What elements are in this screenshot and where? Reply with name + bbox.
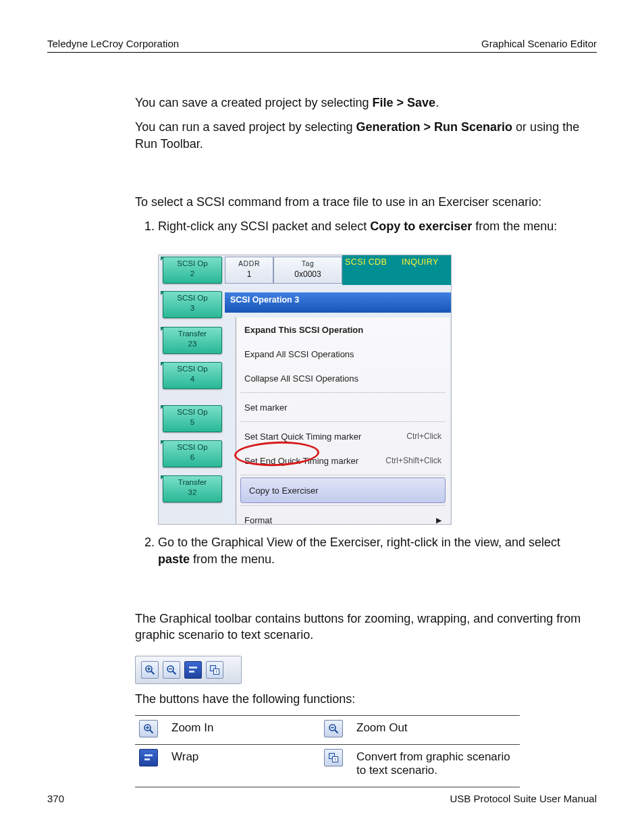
menu-copy-to-exerciser: Copy to exerciser: [370, 219, 472, 233]
svg-line-1: [151, 671, 155, 675]
scsi-cdb-label: SCSI CDB: [342, 255, 400, 285]
page-number: 370: [47, 793, 64, 804]
menu-set-marker[interactable]: Set marker: [236, 395, 450, 419]
menu-expand-all[interactable]: Expand All SCSI Operations: [236, 342, 450, 366]
paragraph-select-scsi: To select a SCSI command from a trace fi…: [135, 194, 585, 210]
page-header: Teledyne LeCroy Corporation Graphical Sc…: [47, 38, 597, 53]
paragraph-save: You can save a created project by select…: [135, 95, 585, 111]
scsi-op-6[interactable]: SCSI Op6: [163, 440, 222, 467]
convert-to-text-icon: T: [324, 749, 343, 766]
menu-path-file-save: File > Save: [373, 96, 436, 109]
wrap-label: Wrap: [167, 744, 320, 787]
menu-path-run-scenario: Generation > Run Scenario: [356, 120, 513, 134]
zoom-in-icon: [139, 720, 158, 737]
header-right: Graphical Scenario Editor: [481, 38, 597, 49]
paragraph-run: You can run a saved project by selecting…: [135, 119, 585, 152]
menu-format[interactable]: Format▶: [236, 508, 450, 525]
paragraph-button-functions: The buttons have the following functions…: [135, 691, 585, 707]
zoom-out-label: Zoom Out: [352, 715, 520, 744]
svg-line-17: [335, 730, 338, 733]
context-menu-screenshot: SCSI Op2 SCSI Op3 Transfer23 SCSI Op4 SC…: [158, 255, 452, 525]
manual-title: USB Protocol Suite User Manual: [450, 793, 597, 804]
svg-text:T: T: [215, 670, 218, 674]
scsi-op-5[interactable]: SCSI Op5: [163, 405, 222, 432]
convert-label: Convert from graphic scenario to text sc…: [352, 744, 520, 787]
scsi-op-4[interactable]: SCSI Op4: [163, 362, 222, 389]
wrap-icon: [139, 749, 158, 766]
menu-copy-to-exerciser[interactable]: Copy to Exerciser: [240, 477, 446, 503]
step-2: Go to the Graphical View of the Exercise…: [158, 534, 585, 567]
zoom-out-icon[interactable]: [163, 661, 180, 679]
svg-line-5: [173, 671, 176, 675]
svg-rect-19: [144, 754, 153, 756]
svg-line-13: [150, 730, 153, 733]
graphical-toolbar: T: [135, 656, 242, 684]
paragraph-toolbar-intro: The Graphical toolbar contains buttons f…: [135, 610, 585, 644]
zoom-in-label: Zoom In: [167, 715, 320, 744]
toolbar-function-table: Zoom In Zoom Out Wrap T Convert from gra…: [135, 715, 520, 787]
transfer-32[interactable]: Transfer32: [163, 475, 222, 502]
zoom-out-icon: [324, 720, 343, 737]
tag-cell: Tag 0x0003: [273, 257, 342, 284]
menu-paste: paste: [158, 552, 190, 566]
page-footer: 370 USB Protocol Suite User Manual: [47, 793, 597, 804]
step-1: Right-click any SCSI packet and select C…: [158, 218, 585, 525]
svg-rect-7: [189, 667, 197, 669]
trace-header-row: ADDR 1 Tag 0x0003 SCSI CDB INQUIRY: [225, 255, 451, 282]
menu-end-timing[interactable]: Set End Quick Timing markerCtrl+Shift+Cl…: [236, 448, 450, 473]
inquiry-label: INQUIRY: [400, 255, 451, 285]
context-menu: Expand This SCSI Operation Expand All SC…: [236, 317, 450, 524]
addr-cell: ADDR 1: [225, 257, 273, 284]
menu-start-timing[interactable]: Set Start Quick Timing markerCtrl+Click: [236, 424, 450, 448]
trace-left-column: SCSI Op2 SCSI Op3 Transfer23 SCSI Op4 SC…: [159, 255, 225, 524]
header-left: Teledyne LeCroy Corporation: [47, 38, 179, 49]
steps-list: Right-click any SCSI packet and select C…: [135, 218, 585, 567]
zoom-in-icon[interactable]: [141, 661, 159, 679]
chevron-right-icon: ▶: [436, 515, 441, 525]
transfer-23[interactable]: Transfer23: [163, 327, 222, 354]
svg-text:T: T: [334, 758, 337, 762]
svg-rect-8: [189, 671, 194, 673]
menu-collapse-all[interactable]: Collapse All SCSI Operations: [236, 366, 450, 390]
menu-expand-this[interactable]: Expand This SCSI Operation: [236, 317, 450, 342]
wrap-icon[interactable]: [184, 661, 202, 679]
svg-rect-20: [144, 758, 150, 760]
scsi-operation-title: SCSI Operation 3: [225, 292, 451, 313]
convert-to-text-icon[interactable]: T: [206, 661, 223, 679]
scsi-op-3[interactable]: SCSI Op3: [163, 291, 222, 318]
scsi-op-2[interactable]: SCSI Op2: [163, 257, 222, 284]
